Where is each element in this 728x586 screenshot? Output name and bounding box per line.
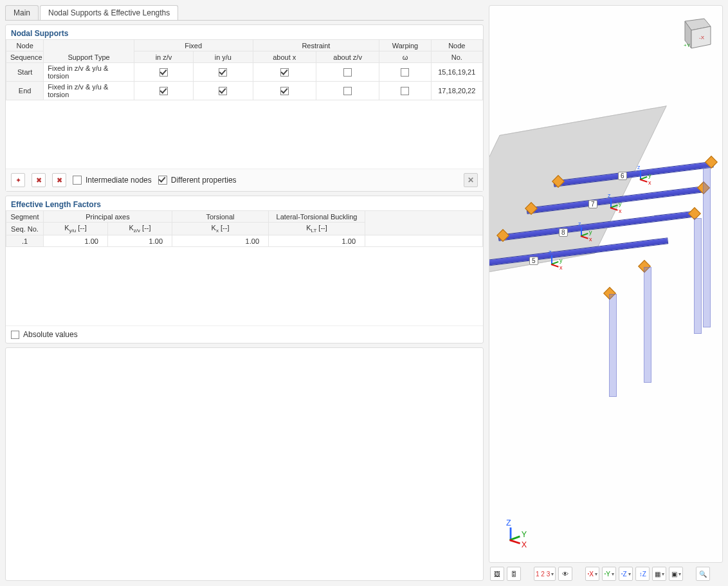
absolute-values-checkbox[interactable]: [11, 331, 19, 339]
tab-nodal-supports[interactable]: Nodal Supports & Effective Lengths: [40, 5, 178, 20]
svg-text:+Y: +Y: [684, 42, 691, 48]
cell-kzv[interactable]: 1.00: [108, 235, 172, 247]
effective-lengths-title: Effective Length Factors: [6, 196, 483, 210]
table-row[interactable]: Start Fixed in z/v & y/u & torsion 15,16…: [6, 63, 483, 82]
th-kyu: Ky/u [--]: [44, 223, 108, 235]
viewport-view-iso-button[interactable]: ↕Z: [635, 567, 650, 581]
cell-seq: .1: [6, 235, 44, 247]
cell-yu[interactable]: [194, 82, 253, 100]
th-restraint: Restraint: [253, 40, 379, 51]
cell-w[interactable]: [379, 63, 431, 82]
global-axis-triad-icon: Z Y X: [497, 527, 524, 554]
effective-lengths-section: Effective Length Factors Segment Princip…: [5, 196, 484, 343]
cell-nodes: 17,18,20,22: [431, 82, 482, 100]
cell-type[interactable]: Fixed in z/v & y/u & torsion: [44, 82, 134, 100]
cell-empty: [365, 235, 483, 247]
nodal-supports-title: Nodal Supports: [6, 25, 483, 39]
beam-label-6: 6: [618, 172, 627, 180]
cell-kyu[interactable]: 1.00: [44, 235, 108, 247]
th-seqno: Seq. No.: [6, 223, 44, 235]
select-nodes-icon[interactable]: ✦: [11, 173, 25, 187]
cell-azv[interactable]: [316, 82, 379, 100]
nav-cube-icon[interactable]: -X +Y: [673, 15, 713, 55]
cell-w[interactable]: [379, 82, 431, 100]
viewport-render-icon[interactable]: 🖼: [490, 567, 504, 581]
cell-zv[interactable]: [134, 82, 193, 100]
nodal-supports-toolbar: ✦ ✖ ✖ Intermediate nodes Different prope…: [6, 169, 483, 191]
different-properties-checkbox[interactable]: [158, 176, 167, 185]
cell-azv[interactable]: [316, 63, 379, 82]
th-fixed: Fixed: [134, 40, 253, 51]
cell-zv[interactable]: [134, 63, 193, 82]
cell-seq: End: [6, 82, 44, 100]
table-row[interactable]: .1 1.00 1.00 1.00 1.00: [6, 235, 483, 247]
tab-main[interactable]: Main: [5, 5, 39, 20]
th-ltb: Lateral-Torsional Buckling: [269, 211, 365, 223]
th-aboutzv: about z/v: [316, 51, 379, 63]
th-klt: KLT [--]: [269, 223, 365, 235]
viewport-zoom-extents-icon[interactable]: 🔍: [696, 567, 710, 581]
th-no: No.: [431, 51, 482, 63]
th-omega: ω: [379, 51, 431, 63]
cell-nodes: 15,16,19,21: [431, 63, 482, 82]
different-properties-label: Different properties: [171, 176, 237, 185]
viewport-display-mode-icon[interactable]: ▦: [652, 567, 666, 581]
th-sequence: Sequence: [6, 51, 44, 63]
cell-klt[interactable]: 1.00: [269, 235, 365, 247]
intermediate-nodes-checkbox[interactable]: [73, 176, 82, 185]
delete-right-icon[interactable]: ✖: [52, 173, 66, 187]
viewport-style-icon[interactable]: 🎛: [507, 567, 521, 581]
close-icon[interactable]: ✕: [464, 173, 478, 187]
viewport-visibility-icon[interactable]: 👁: [558, 567, 572, 581]
effective-lengths-table: Segment Principal axes Torsional Lateral…: [6, 210, 483, 247]
th-inyu: in y/u: [194, 51, 253, 63]
beam-label-8: 8: [559, 228, 568, 237]
viewport-box-icon[interactable]: ▣: [669, 567, 683, 581]
viewport-view-z-button[interactable]: ·Z: [619, 567, 633, 581]
viewport-view-x-button[interactable]: ·X: [585, 567, 599, 581]
th-empty: [365, 211, 483, 235]
intermediate-nodes-label: Intermediate nodes: [86, 176, 152, 185]
cell-type[interactable]: Fixed in z/v & y/u & torsion: [44, 63, 134, 82]
th-support-type: Support Type: [44, 40, 134, 63]
notes-area: [5, 347, 484, 581]
cell-seq: Start: [6, 63, 44, 82]
beam-label-7: 7: [588, 200, 597, 208]
th-node-no: Node: [431, 40, 482, 51]
th-segment: Segment: [6, 211, 44, 223]
th-inzv: in z/v: [134, 51, 193, 63]
th-kx: Kx [--]: [172, 223, 269, 235]
th-warping: Warping: [379, 40, 431, 51]
absolute-values-label: Absolute values: [23, 330, 78, 339]
delete-left-icon[interactable]: ✖: [32, 173, 46, 187]
th-principal: Principal axes: [44, 211, 172, 223]
nodal-supports-section: Nodal Supports Node Support Type Fixed: [5, 24, 484, 192]
svg-text:-X: -X: [699, 35, 705, 41]
th-torsional: Torsional: [172, 211, 269, 223]
viewport-3d[interactable]: -X +Y 6 7 8 5 zyx zyx zyx zyx: [489, 5, 723, 563]
cell-ax[interactable]: [253, 63, 316, 82]
viewport-toolbar: 🖼 🎛 1 2 3 👁 ·X ·Y ·Z ↕Z ▦ ▣ 🔍: [489, 563, 723, 581]
cell-kx[interactable]: 1.00: [172, 235, 269, 247]
th-node-seq: Node: [6, 40, 44, 51]
cell-ax[interactable]: [253, 82, 316, 100]
beam-label-5: 5: [529, 257, 538, 265]
th-aboutx: about x: [253, 51, 316, 63]
viewport-numbering-icon[interactable]: 1 2 3: [534, 567, 556, 581]
viewport-view-y-button[interactable]: ·Y: [602, 567, 616, 581]
nodal-supports-table: Node Support Type Fixed Restraint Warpin…: [6, 39, 483, 100]
table-row[interactable]: End Fixed in z/v & y/u & torsion 17,18,2…: [6, 82, 483, 100]
cell-yu[interactable]: [194, 63, 253, 82]
th-kzv: Kz/v [--]: [108, 223, 172, 235]
tabs-bar: Main Nodal Supports & Effective Lengths: [5, 5, 484, 21]
